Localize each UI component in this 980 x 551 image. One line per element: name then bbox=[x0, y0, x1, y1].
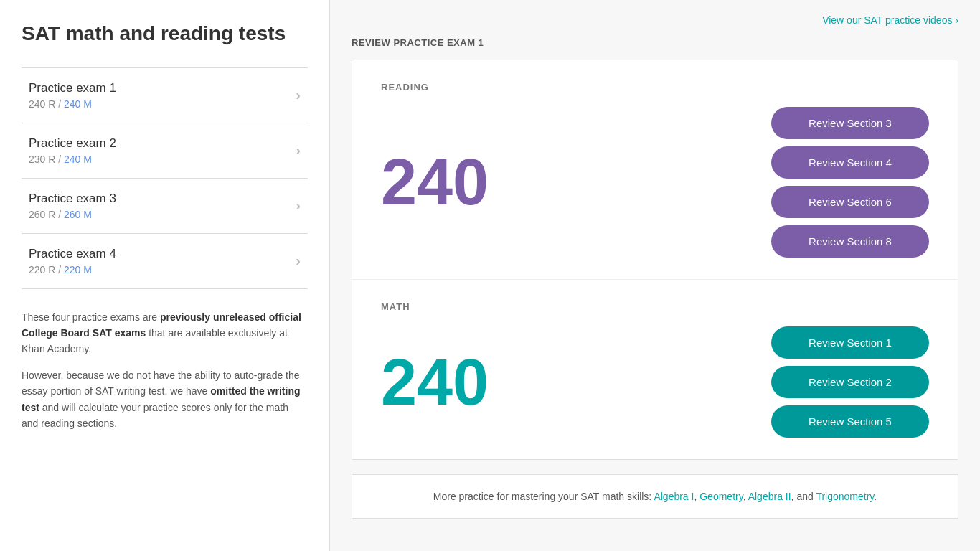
exam-item-1[interactable]: Practice exam 1 240 R / 240 M › bbox=[22, 67, 308, 123]
exam-item-scores-4: 220 R / 220 M bbox=[29, 264, 116, 276]
exam-item-info-2: Practice exam 2 230 R / 240 M bbox=[29, 136, 116, 165]
math-review-btn-1[interactable]: Review Section 1 bbox=[771, 326, 929, 359]
exam-card: READING 240 Review Section 3Review Secti… bbox=[352, 60, 958, 460]
reading-score: 240 bbox=[381, 150, 489, 215]
chevron-icon-4: › bbox=[296, 253, 301, 269]
description-para-1: These four practice exams are previously… bbox=[22, 309, 308, 357]
footer-link-algebra1[interactable]: Algebra I bbox=[654, 491, 694, 502]
exam-item-name-4: Practice exam 4 bbox=[29, 247, 116, 261]
math-score: 240 bbox=[381, 350, 489, 415]
math-body: 240 Review Section 1Review Section 2Revi… bbox=[381, 326, 929, 438]
exam-item-scores-1: 240 R / 240 M bbox=[29, 98, 116, 110]
reading-buttons: Review Section 3Review Section 4Review S… bbox=[771, 107, 929, 258]
math-buttons: Review Section 1Review Section 2Review S… bbox=[771, 326, 929, 438]
footer-text-prefix: More practice for mastering your SAT mat… bbox=[433, 491, 654, 502]
footer-link-trig[interactable]: Trigonometry bbox=[816, 491, 874, 502]
footer-link-algebra2[interactable]: Algebra II bbox=[748, 491, 791, 502]
reading-label: READING bbox=[381, 82, 929, 93]
reading-section: READING 240 Review Section 3Review Secti… bbox=[352, 60, 958, 280]
chevron-icon-3: › bbox=[296, 197, 301, 214]
exam-item-scores-2: 230 R / 240 M bbox=[29, 154, 116, 165]
footer-card: More practice for mastering your SAT mat… bbox=[352, 474, 958, 519]
exam-item-name-2: Practice exam 2 bbox=[29, 136, 116, 151]
math-section: MATH 240 Review Section 1Review Section … bbox=[352, 280, 958, 459]
sidebar-title: SAT math and reading tests bbox=[22, 22, 308, 46]
top-bar: View our SAT practice videos › bbox=[352, 14, 958, 26]
review-practice-label: REVIEW PRACTICE EXAM 1 bbox=[352, 37, 958, 48]
math-review-btn-3[interactable]: Review Section 5 bbox=[771, 405, 929, 438]
description-para-2: However, because we do not have the abil… bbox=[22, 367, 308, 432]
exam-item-info-1: Practice exam 1 240 R / 240 M bbox=[29, 81, 116, 110]
exam-item-scores-3: 260 R / 260 M bbox=[29, 209, 116, 220]
sat-videos-link[interactable]: View our SAT practice videos › bbox=[822, 14, 958, 26]
exam-item-name-1: Practice exam 1 bbox=[29, 81, 116, 95]
reading-review-btn-4[interactable]: Review Section 8 bbox=[771, 225, 929, 258]
exam-item-info-3: Practice exam 3 260 R / 260 M bbox=[29, 192, 116, 220]
exam-item-4[interactable]: Practice exam 4 220 R / 220 M › bbox=[22, 233, 308, 289]
sidebar-description: These four practice exams are previously… bbox=[22, 309, 308, 432]
exam-item-3[interactable]: Practice exam 3 260 R / 260 M › bbox=[22, 178, 308, 233]
exam-item-name-3: Practice exam 3 bbox=[29, 192, 116, 206]
footer-link-geometry[interactable]: Geometry bbox=[699, 491, 743, 502]
reading-review-btn-2[interactable]: Review Section 4 bbox=[771, 146, 929, 179]
exam-item-info-4: Practice exam 4 220 R / 220 M bbox=[29, 247, 116, 276]
reading-review-btn-3[interactable]: Review Section 6 bbox=[771, 186, 929, 218]
main-content: View our SAT practice videos › REVIEW PR… bbox=[330, 0, 980, 551]
exam-list: Practice exam 1 240 R / 240 M › Practice… bbox=[22, 67, 308, 289]
exam-item-2[interactable]: Practice exam 2 230 R / 240 M › bbox=[22, 123, 308, 178]
chevron-icon-2: › bbox=[296, 142, 301, 159]
math-review-btn-2[interactable]: Review Section 2 bbox=[771, 366, 929, 398]
sidebar: SAT math and reading tests Practice exam… bbox=[0, 0, 330, 551]
reading-body: 240 Review Section 3Review Section 4Revi… bbox=[381, 107, 929, 258]
reading-review-btn-1[interactable]: Review Section 3 bbox=[771, 107, 929, 139]
math-label: MATH bbox=[381, 301, 929, 312]
chevron-icon-1: › bbox=[296, 87, 301, 103]
